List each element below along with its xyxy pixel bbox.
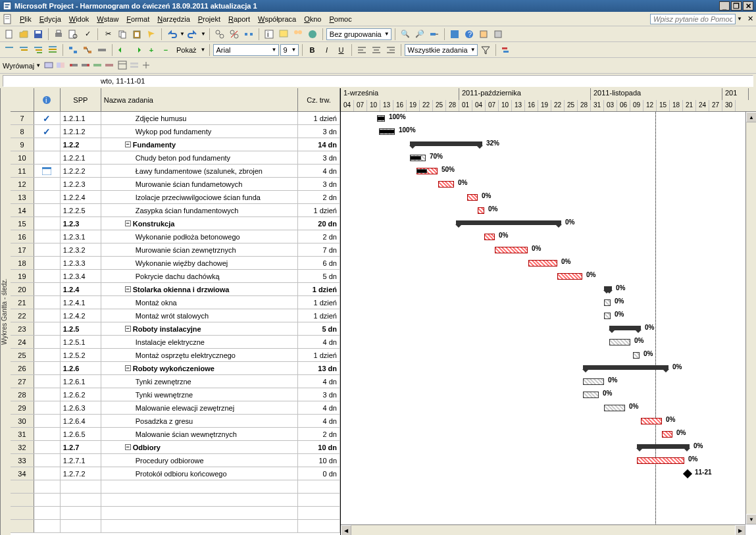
duration-cell[interactable]: 13 dn [298,362,340,374]
maximize-button[interactable]: ❐ [731,1,742,11]
duration-cell[interactable]: 4 dn [298,336,340,348]
print-preview-button[interactable] [66,28,80,41]
duration-cell[interactable]: 4 dn [298,401,340,414]
task-bar[interactable] [557,273,582,280]
menu-projekt[interactable]: Projekt [194,14,224,24]
wbs-cell[interactable]: 1.2.2.1 [61,151,101,164]
hide-subtasks-button[interactable]: − [159,43,172,57]
publish-button[interactable] [306,28,319,41]
close-button[interactable]: ✕ [743,1,753,11]
duration-cell[interactable]: 4 dn [298,165,340,177]
row-number[interactable]: 29 [11,401,34,414]
table-row[interactable]: 181.2.3.3Wykonanie więźby dachowej6 dn [11,257,340,270]
collapse-icon[interactable]: − [125,326,131,332]
print-button[interactable] [52,28,65,41]
task-name-cell[interactable]: −Stolarka okienna i drzwiowa [101,283,298,295]
row-number[interactable]: 22 [11,309,34,322]
task-name-cell[interactable]: Pokrycie dachu dachówką [101,270,298,282]
notes-button[interactable] [277,28,290,41]
table-row[interactable]: 261.2.6−Roboty wykończeniowe13 dn [11,362,340,375]
wbs-cell[interactable]: 1.2.3.1 [61,230,101,243]
collapse-icon[interactable]: − [125,444,131,450]
table-row[interactable]: 7✓1.2.1.1Zdjęcie humusu1 dzień [11,112,340,125]
row-number[interactable]: 30 [11,415,34,427]
outdent-button[interactable] [116,43,129,57]
outline3-button[interactable] [32,43,45,57]
save-button[interactable] [32,28,45,41]
task-name-cell[interactable]: Posadzka z gresu [101,415,298,427]
cut-button[interactable]: ✂ [101,28,114,41]
wbs-cell[interactable]: 1.2.1.1 [61,112,101,124]
row-number[interactable]: 24 [11,336,34,348]
gantt-row[interactable]: 0% [341,362,756,375]
wbs-cell[interactable]: 1.2.5.1 [61,336,101,348]
unlink-task-button[interactable] [228,28,241,41]
gantt-row[interactable]: 100% [341,112,756,125]
gantt-row[interactable]: 100% [341,125,756,138]
table-row[interactable]: 231.2.5−Roboty instalacyjne5 dn [11,322,340,336]
task-name-cell[interactable]: Wykonanie podłoża betonowego [101,230,298,243]
gantt-row[interactable]: 0% [341,336,756,349]
open-button[interactable] [17,28,30,41]
assign-resources-button[interactable] [291,28,305,41]
track-btn-5[interactable] [92,60,103,72]
align-right-button[interactable] [384,43,397,57]
scroll-left-button[interactable]: ◀ [341,525,351,535]
wbs-cell[interactable]: 1.2.3.3 [61,257,101,269]
track-btn-6[interactable] [104,60,114,72]
table-row[interactable]: 101.2.2.1Chudy beton pod fundamenty3 dn [11,151,340,165]
duration-cell[interactable]: 2 dn [298,428,340,440]
go-to-task-button[interactable] [428,28,441,41]
duration-cell[interactable]: 2 dn [298,230,340,243]
task-bar[interactable] [604,299,611,306]
gantt-row[interactable]: 0% [341,296,756,309]
duration-cell[interactable]: 10 dn [298,441,340,453]
row-number[interactable]: 11 [11,165,34,177]
row-number[interactable]: 20 [11,283,34,295]
menu-pomoc[interactable]: Pomoc [325,14,355,24]
table-row[interactable]: 251.2.5.2Montaż osprzętu elektrycznego1 … [11,349,340,362]
row-number[interactable]: 18 [11,257,34,269]
duration-cell[interactable]: 7 dn [298,243,340,256]
menu-plik[interactable]: Plik [16,14,36,24]
gantt-chart[interactable]: 1-września2011-października2011-listopad… [341,88,756,535]
paste-button[interactable] [130,28,143,41]
summary-bar[interactable] [637,444,690,449]
col-indicators[interactable]: i [34,88,61,111]
wbs-cell[interactable]: 1.2.3 [61,217,101,230]
align-center-button[interactable] [370,43,383,57]
table-row[interactable]: 141.2.2.5Zasypka ścian fundamentowych1 d… [11,204,340,217]
new-button[interactable] [3,28,16,41]
insert-subproject-button[interactable] [66,43,80,57]
table-row[interactable]: 8✓1.2.1.2Wykop pod fundamenty3 dn [11,125,340,138]
gantt-row[interactable]: 11-21 [341,467,756,480]
task-name-cell[interactable]: Procedury odbiorowe [101,454,298,467]
task-name-cell[interactable]: Tynki wewnętrzne [101,388,298,401]
gantt-row[interactable]: 0% [341,217,756,230]
entry-bar[interactable]: wto, 11-11-01 [3,75,753,87]
task-name-cell[interactable]: Tynki zewnętrzne [101,375,298,388]
duration-cell[interactable]: 3 dn [298,178,340,190]
table-row[interactable]: 331.2.7.1Procedury odbiorowe10 dn [11,454,340,467]
indent-button[interactable] [130,43,143,57]
collapse-icon[interactable]: − [125,286,131,292]
copy-button[interactable] [116,28,129,41]
task-name-cell[interactable]: −Odbiory [101,441,298,453]
link-between-button[interactable] [81,43,94,57]
task-info-button[interactable]: i [263,28,276,41]
wbs-cell[interactable]: 1.2.6.4 [61,415,101,427]
outline1-button[interactable] [3,43,16,57]
wbs-cell[interactable]: 1.2.6.2 [61,388,101,401]
wbs-cell[interactable]: 1.2.2.4 [61,191,101,203]
task-name-cell[interactable]: Montaż okna [101,296,298,309]
minimize-button[interactable]: _ [719,1,730,11]
task-bar[interactable] [609,339,630,345]
wbs-cell[interactable]: 1.2.1.2 [61,125,101,138]
duration-cell[interactable]: 1 dzień [298,112,340,124]
row-number[interactable]: 19 [11,270,34,282]
table-row[interactable]: 151.2.3−Konstrukcja20 dn [11,217,340,230]
duration-cell[interactable]: 6 dn [298,257,340,269]
gantt-row[interactable]: 0% [341,415,756,428]
menu-format[interactable]: Format [122,14,153,24]
table-row[interactable]: 301.2.6.4Posadzka z gresu4 dn [11,415,340,428]
